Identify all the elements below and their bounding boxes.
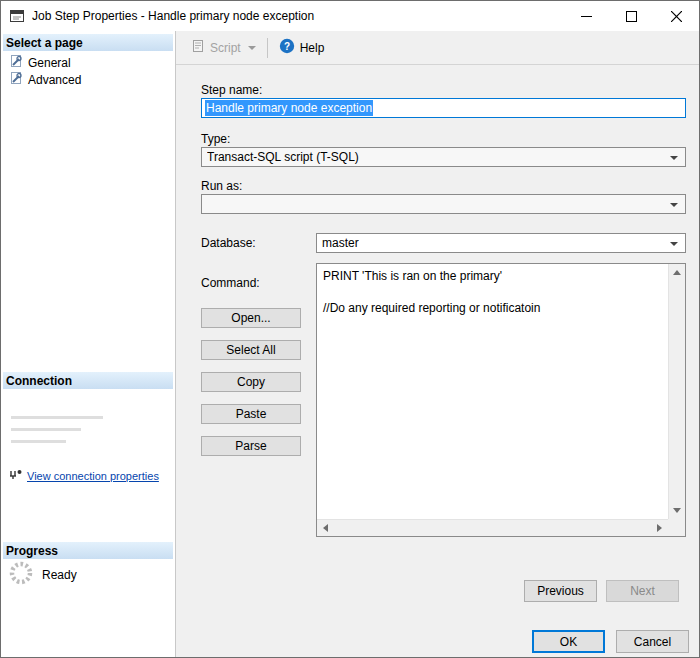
- horizontal-scrollbar[interactable]: [317, 519, 668, 536]
- chevron-down-icon: [248, 46, 256, 50]
- step-name-value: Handle primary node exception: [205, 100, 373, 116]
- vertical-scrollbar[interactable]: [668, 264, 685, 519]
- chevron-down-icon: [670, 203, 678, 207]
- command-editor[interactable]: PRINT 'This is ran on the primary' //Do …: [316, 263, 686, 537]
- toolbar: Script ? Help: [176, 31, 699, 65]
- scroll-left-icon[interactable]: [323, 524, 328, 532]
- help-button[interactable]: ? Help: [274, 35, 330, 60]
- open-button[interactable]: Open...: [201, 308, 301, 328]
- script-button[interactable]: Script: [186, 36, 261, 59]
- type-select-value: Transact-SQL script (T-SQL): [207, 150, 359, 164]
- previous-button[interactable]: Previous: [524, 580, 597, 602]
- titlebar[interactable]: Job Step Properties - Handle primary nod…: [1, 1, 699, 31]
- command-label: Command:: [201, 276, 260, 290]
- paste-button[interactable]: Paste: [201, 404, 301, 424]
- scroll-down-icon[interactable]: [673, 508, 681, 513]
- progress-spinner-icon: [7, 559, 35, 590]
- run-as-select[interactable]: [201, 194, 686, 214]
- run-as-label: Run as:: [201, 179, 242, 193]
- help-button-label: Help: [300, 41, 325, 55]
- step-name-input[interactable]: Handle primary node exception: [201, 98, 686, 118]
- sidebar-item-general[interactable]: General: [9, 54, 71, 71]
- connection-link-row: View connection properties: [9, 468, 159, 483]
- connection-info-redacted: [11, 440, 66, 443]
- svg-text:?: ?: [284, 41, 290, 52]
- select-a-page-header: Select a page: [3, 34, 173, 51]
- connection-properties-icon: [9, 468, 22, 483]
- main-panel: Script ? Help Step name: Handle primary …: [176, 31, 699, 657]
- type-label: Type:: [201, 132, 230, 146]
- window-title: Job Step Properties - Handle primary nod…: [32, 9, 314, 23]
- chevron-down-icon: [670, 242, 678, 246]
- step-name-label: Step name:: [201, 83, 262, 97]
- database-label: Database:: [201, 236, 256, 250]
- sidebar-item-advanced[interactable]: Advanced: [9, 71, 81, 88]
- page-tools-icon: [9, 54, 23, 71]
- maximize-button[interactable]: [609, 1, 654, 31]
- select-all-button[interactable]: Select All: [201, 340, 301, 360]
- sidebar: Select a page General Advanced Connectio…: [1, 31, 176, 657]
- cancel-button[interactable]: Cancel: [616, 630, 689, 653]
- chevron-down-icon: [670, 156, 678, 160]
- type-select[interactable]: Transact-SQL script (T-SQL): [201, 147, 686, 167]
- page-tools-icon: [9, 71, 23, 88]
- connection-header: Connection: [3, 372, 173, 389]
- help-icon: ?: [279, 38, 295, 57]
- window-controls: [564, 1, 699, 31]
- next-button[interactable]: Next: [606, 580, 679, 602]
- ok-button[interactable]: OK: [532, 630, 605, 653]
- scroll-up-icon[interactable]: [673, 270, 681, 275]
- scrollbar-corner: [668, 519, 685, 536]
- toolbar-separator: [267, 38, 268, 58]
- dialog-icon: [9, 8, 25, 24]
- progress-header: Progress: [3, 542, 173, 559]
- scroll-right-icon[interactable]: [657, 524, 662, 532]
- connection-info-redacted: [11, 428, 81, 431]
- sidebar-item-label: General: [28, 56, 71, 70]
- script-icon: [191, 39, 205, 56]
- copy-button[interactable]: Copy: [201, 372, 301, 392]
- progress-status: Ready: [42, 568, 77, 582]
- view-connection-properties-link[interactable]: View connection properties: [27, 470, 159, 482]
- connection-info-redacted: [11, 416, 103, 419]
- parse-button[interactable]: Parse: [201, 436, 301, 456]
- sidebar-item-label: Advanced: [28, 73, 81, 87]
- job-step-properties-dialog: Job Step Properties - Handle primary nod…: [0, 0, 700, 658]
- database-select[interactable]: master: [316, 233, 686, 253]
- close-button[interactable]: [654, 1, 699, 31]
- database-select-value: master: [322, 236, 359, 250]
- minimize-button[interactable]: [564, 1, 609, 31]
- command-text[interactable]: PRINT 'This is ran on the primary' //Do …: [317, 264, 668, 519]
- progress-status-row: Ready: [7, 559, 77, 590]
- script-button-label: Script: [210, 41, 241, 55]
